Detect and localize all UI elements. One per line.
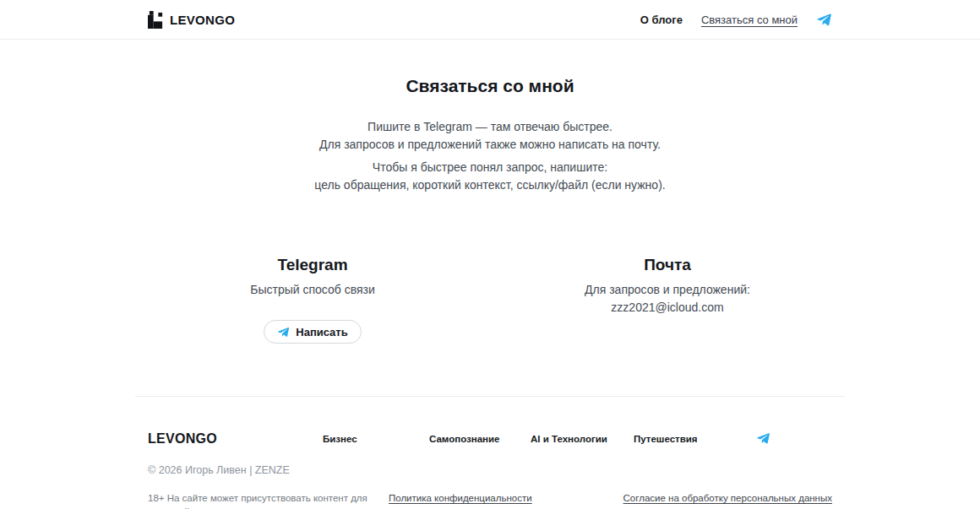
footer-nav-self-knowledge[interactable]: Самопознание xyxy=(429,431,531,444)
footer-logo[interactable]: LEVONGO xyxy=(148,431,323,447)
nav-about-blog-link[interactable]: О блоге xyxy=(640,14,683,26)
footer-divider xyxy=(135,396,845,397)
site-header: LEVONGO О блоге Связаться со мной xyxy=(0,0,980,40)
levongo-pixel-logo-icon xyxy=(148,11,164,29)
disclaimer-line: 18+ На сайте может присутствовать контен… xyxy=(148,493,368,503)
logo-text: LEVONGO xyxy=(170,13,235,27)
intro-line: Пишите в Telegram — там отвечаю быстрее. xyxy=(0,118,980,136)
footer-nav-business[interactable]: Бизнес xyxy=(323,431,429,444)
intro-line: Для запросов и предложений также можно н… xyxy=(0,136,980,154)
footer-telegram-icon[interactable] xyxy=(756,431,832,446)
copyright-text: © 2026 Игорь Ливен | ZENZE xyxy=(148,463,832,478)
telegram-write-label: Написать xyxy=(296,326,347,338)
footer-nav-travel[interactable]: Путешествия xyxy=(634,431,756,444)
mail-card-title: Почта xyxy=(490,255,845,274)
main-content: Связаться со мной Пишите в Telegram — та… xyxy=(0,75,980,344)
logo[interactable]: LEVONGO xyxy=(148,11,235,29)
page-title: Связаться со мной xyxy=(0,75,980,97)
telegram-card-subtitle: Быстрый способ связи xyxy=(135,281,490,299)
intro-line: Чтобы я быстрее понял запрос, напишите: xyxy=(0,159,980,176)
age-disclaimer: 18+ На сайте может присутствовать контен… xyxy=(148,491,389,509)
contact-options: Telegram Быстрый способ связи Написать П… xyxy=(135,255,845,344)
telegram-write-button[interactable]: Написать xyxy=(264,320,361,344)
mail-card: Почта Для запросов и предложений: zzz202… xyxy=(490,255,845,344)
header-nav: О блоге Связаться со мной xyxy=(640,12,832,28)
personal-data-consent-link[interactable]: Согласие на обработку персональных данны… xyxy=(623,491,832,505)
header-telegram-icon[interactable] xyxy=(816,12,832,28)
privacy-policy-link[interactable]: Политика конфиденциальности xyxy=(389,491,623,505)
footer-top: LEVONGO Бизнес Самопознание AI и Техноло… xyxy=(148,431,832,447)
footer-bottom: 18+ На сайте может присутствовать контен… xyxy=(148,491,832,509)
site-footer: LEVONGO Бизнес Самопознание AI и Техноло… xyxy=(0,431,980,509)
intro-paragraph-2: Чтобы я быстрее понял запрос, напишите: … xyxy=(0,159,980,194)
telegram-card: Telegram Быстрый способ связи Написать xyxy=(135,255,490,344)
intro-line: цель обращения, короткий контекст, ссылк… xyxy=(0,176,980,194)
telegram-card-title: Telegram xyxy=(135,255,490,274)
mail-card-text: Для запросов и предложений: zzz2021@iclo… xyxy=(490,281,845,317)
telegram-icon xyxy=(277,326,290,338)
intro-paragraph-1: Пишите в Telegram — там отвечаю быстрее.… xyxy=(0,118,980,154)
mail-description: Для запросов и предложений: xyxy=(490,281,845,299)
footer-nav-ai-tech[interactable]: AI и Технологии xyxy=(531,431,634,444)
header-inner: LEVONGO О блоге Связаться со мной xyxy=(148,11,832,29)
email-address: zzz2021@icloud.com xyxy=(490,299,845,317)
nav-contact-link[interactable]: Связаться со мной xyxy=(701,14,798,26)
